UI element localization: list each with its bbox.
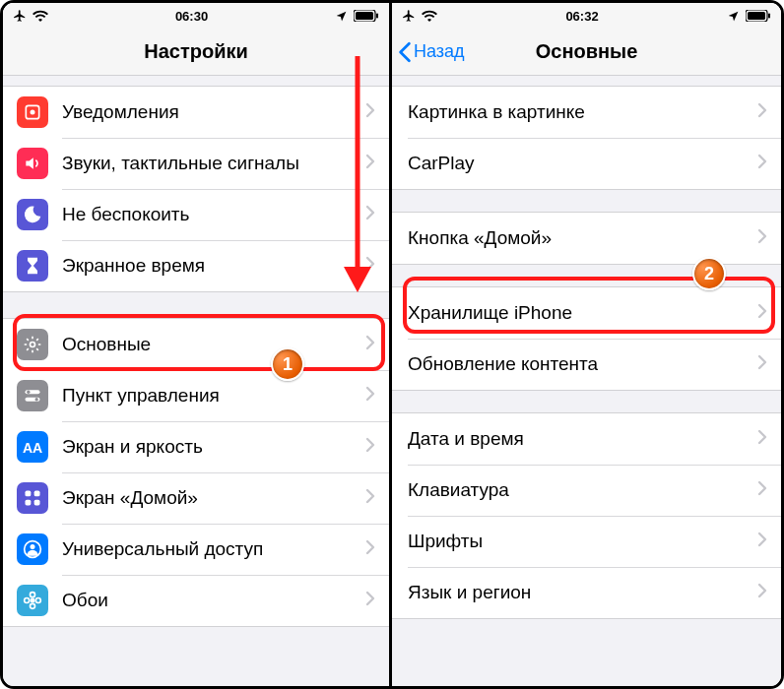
- row-label: Обновление контента: [408, 353, 751, 375]
- grid-icon: [17, 482, 48, 514]
- row-accessibility[interactable]: Универсальный доступ: [3, 524, 389, 575]
- back-label: Назад: [414, 41, 465, 62]
- row-keyboard[interactable]: Клавиатура: [392, 465, 781, 516]
- chevron-right-icon: [757, 102, 767, 122]
- svg-point-8: [27, 391, 30, 394]
- status-time: 06:32: [565, 9, 598, 24]
- chevron-right-icon: [365, 488, 375, 508]
- gear-icon: [17, 329, 48, 360]
- row-wallpaper[interactable]: Обои: [3, 575, 389, 626]
- location-icon: [727, 10, 740, 23]
- row-pip[interactable]: Картинка в картинке: [392, 87, 781, 138]
- chevron-right-icon: [757, 354, 767, 374]
- row-notifications[interactable]: Уведомления: [3, 87, 389, 138]
- chevron-right-icon: [757, 532, 767, 551]
- row-label: Основные: [62, 334, 359, 355]
- row-control-center[interactable]: Пункт управления: [3, 370, 389, 421]
- row-date-time[interactable]: Дата и время: [392, 413, 781, 465]
- row-label: Обои: [62, 590, 359, 611]
- group-c: Хранилище iPhoneОбновление контента: [392, 286, 781, 391]
- row-storage[interactable]: Хранилище iPhone: [392, 287, 781, 339]
- group-b: Кнопка «Домой»: [392, 212, 781, 265]
- wifi-icon: [33, 10, 48, 22]
- row-label: Универсальный доступ: [62, 538, 359, 560]
- svg-text:AA: AA: [23, 440, 42, 456]
- row-label: Экранное время: [62, 255, 359, 277]
- speaker-icon: [17, 148, 48, 179]
- phone-left: 06:30 Настройки УведомленияЗвуки, тактил…: [3, 3, 392, 686]
- chevron-right-icon: [365, 154, 375, 173]
- aa-icon: AA: [17, 431, 48, 463]
- row-general[interactable]: Основные: [3, 319, 389, 370]
- chevron-right-icon: [365, 102, 375, 122]
- row-dnd[interactable]: Не беспокоить: [3, 189, 389, 240]
- group-notifications: УведомленияЗвуки, тактильные сигналыНе б…: [3, 86, 389, 292]
- row-home-screen[interactable]: Экран «Домой»: [3, 472, 389, 524]
- back-button[interactable]: Назад: [398, 41, 465, 63]
- chevron-right-icon: [365, 386, 375, 406]
- svg-point-9: [35, 398, 38, 401]
- chevron-right-icon: [365, 539, 375, 559]
- chevron-right-icon: [757, 303, 767, 323]
- chevron-right-icon: [365, 437, 375, 457]
- chevron-right-icon: [757, 480, 767, 500]
- phone-right: 06:32 Назад Основные Картинка в картинке…: [392, 3, 781, 686]
- row-display[interactable]: AAЭкран и яркость: [3, 421, 389, 472]
- group-general: ОсновныеПункт управленияAAЭкран и яркост…: [3, 318, 389, 627]
- row-label: Язык и регион: [408, 582, 751, 603]
- row-fonts[interactable]: Шрифты: [392, 516, 781, 567]
- row-label: Экран и яркость: [62, 436, 359, 458]
- svg-rect-2: [376, 14, 378, 19]
- row-background-refresh[interactable]: Обновление контента: [392, 339, 781, 390]
- row-label: Не беспокоить: [62, 204, 359, 225]
- chevron-right-icon: [365, 335, 375, 354]
- row-label: Пункт управления: [62, 385, 359, 407]
- row-screentime[interactable]: Экранное время: [3, 240, 389, 291]
- bell-icon: [17, 96, 48, 128]
- svg-point-4: [31, 110, 35, 115]
- settings-list: УведомленияЗвуки, тактильные сигналыНе б…: [3, 76, 389, 686]
- row-label: Экран «Домой»: [62, 487, 359, 509]
- screenshot-frame: 06:30 Настройки УведомленияЗвуки, тактил…: [0, 0, 784, 689]
- chevron-right-icon: [757, 154, 767, 173]
- svg-point-20: [25, 598, 30, 603]
- battery-icon: [354, 10, 379, 22]
- svg-rect-24: [768, 14, 770, 19]
- row-home-button[interactable]: Кнопка «Домой»: [392, 213, 781, 264]
- chevron-right-icon: [757, 583, 767, 602]
- row-language-region[interactable]: Язык и регион: [392, 567, 781, 618]
- chevron-right-icon: [757, 228, 767, 248]
- person-icon: [17, 533, 48, 565]
- page-title: Настройки: [144, 40, 248, 63]
- svg-point-5: [31, 343, 35, 347]
- chevron-right-icon: [365, 591, 375, 610]
- status-bar: 06:30: [3, 3, 389, 29]
- svg-rect-14: [34, 500, 40, 506]
- group-d: Дата и времяКлавиатураШрифтыЯзык и регио…: [392, 412, 781, 619]
- nav-header: Назад Основные: [392, 29, 781, 76]
- chevron-right-icon: [757, 429, 767, 449]
- row-label: CarPlay: [408, 153, 751, 174]
- row-label: Шрифты: [408, 531, 751, 552]
- row-sounds[interactable]: Звуки, тактильные сигналы: [3, 138, 389, 189]
- row-label: Хранилище iPhone: [408, 302, 751, 324]
- row-label: Клавиатура: [408, 479, 751, 501]
- status-time: 06:30: [175, 9, 208, 24]
- chevron-right-icon: [365, 205, 375, 224]
- row-label: Картинка в картинке: [408, 101, 751, 123]
- moon-icon: [17, 199, 48, 230]
- airplane-icon: [402, 9, 416, 23]
- status-bar: 06:32: [392, 3, 781, 29]
- switches-icon: [17, 380, 48, 411]
- row-carplay[interactable]: CarPlay: [392, 138, 781, 189]
- svg-rect-12: [34, 491, 40, 497]
- battery-icon: [746, 10, 771, 22]
- flower-icon: [17, 585, 48, 616]
- general-list: Картинка в картинкеCarPlay Кнопка «Домой…: [392, 76, 781, 686]
- row-label: Дата и время: [408, 428, 751, 450]
- hourglass-icon: [17, 250, 48, 282]
- svg-point-16: [31, 544, 35, 549]
- svg-point-17: [31, 598, 35, 603]
- page-title: Основные: [536, 40, 638, 63]
- airplane-icon: [13, 9, 27, 23]
